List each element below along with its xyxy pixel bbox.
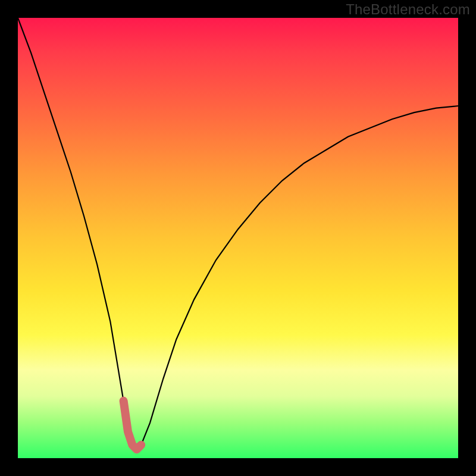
- chart-frame: TheBottleneck.com: [0, 0, 476, 476]
- plot-area: [18, 18, 458, 458]
- trough-highlight: [124, 401, 142, 449]
- watermark-text: TheBottleneck.com: [346, 1, 470, 18]
- curve-svg: [18, 18, 458, 458]
- bottleneck-curve: [18, 18, 458, 449]
